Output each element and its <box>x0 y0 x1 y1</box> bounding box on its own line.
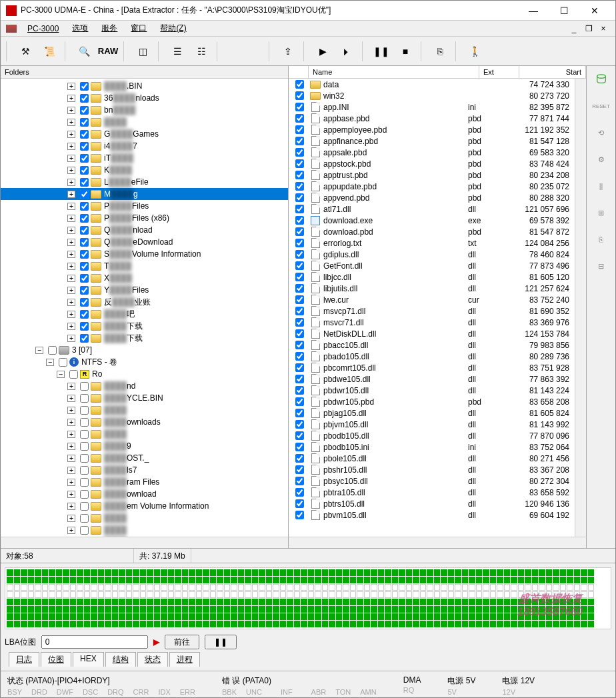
tree-checkbox[interactable] <box>80 238 89 247</box>
list-row[interactable]: pbjag105.dlldll81 605 824 <box>289 407 575 419</box>
tree-checkbox[interactable] <box>80 490 89 499</box>
list-row[interactable]: data74 724 330 <box>289 79 575 90</box>
expander-icon[interactable]: + <box>67 407 75 414</box>
list-row[interactable]: apptrust.pbdpbd80 234 208 <box>289 169 575 181</box>
file-checkbox[interactable] <box>295 443 304 451</box>
expander-icon[interactable]: + <box>67 383 75 390</box>
file-checkbox[interactable] <box>295 227 304 236</box>
rtool-gear-icon[interactable]: ⚙ <box>591 150 612 169</box>
expander-icon[interactable]: + <box>67 479 75 486</box>
expander-icon[interactable]: + <box>67 263 75 270</box>
expander-icon[interactable]: + <box>67 191 75 198</box>
file-checkbox[interactable] <box>295 341 304 349</box>
tree-row[interactable]: +████nd <box>1 380 288 392</box>
tree-checkbox[interactable] <box>80 442 89 451</box>
tool-play-icon[interactable]: ▶ <box>311 40 334 63</box>
expander-icon[interactable]: + <box>67 455 75 462</box>
file-checkbox[interactable] <box>295 239 304 247</box>
tree-checkbox[interactable] <box>80 466 89 475</box>
mdi-minimize[interactable]: _ <box>567 24 581 33</box>
file-checkbox[interactable] <box>295 171 304 179</box>
lba-bitmap[interactable] <box>5 567 611 629</box>
list-row[interactable]: appsale.pbdpbd69 583 320 <box>289 147 575 158</box>
expander-icon[interactable]: + <box>67 131 75 138</box>
tree-checkbox[interactable] <box>80 394 89 403</box>
list-row[interactable]: pbtra105.dlldll83 658 592 <box>289 487 575 498</box>
list-row[interactable]: libjcc.dlldll81 605 120 <box>289 271 575 283</box>
tree-row[interactable]: +X████ <box>1 272 288 284</box>
tool-hammer-icon[interactable]: ⚒ <box>14 40 37 63</box>
col-checkbox[interactable] <box>289 66 309 78</box>
tree-row[interactable]: +S████Volume Information <box>1 248 288 260</box>
expander-icon[interactable]: + <box>67 491 75 498</box>
tree-checkbox[interactable] <box>80 142 89 151</box>
list-row[interactable]: errorlog.txttxt124 084 256 <box>289 237 575 249</box>
tree-checkbox[interactable] <box>80 514 89 523</box>
list-row[interactable]: lwe.curcur83 752 240 <box>289 294 575 305</box>
col-start[interactable]: Start <box>519 66 586 78</box>
tree-checkbox[interactable] <box>80 286 89 295</box>
expander-icon[interactable]: + <box>67 431 75 438</box>
list-row[interactable]: app.INIini82 395 872 <box>289 101 575 113</box>
file-checkbox[interactable] <box>295 375 304 383</box>
list-row[interactable]: pbado105.dlldll80 289 736 <box>289 351 575 362</box>
tool-export-icon[interactable]: ⇪ <box>277 40 299 63</box>
tree-checkbox[interactable] <box>80 190 89 199</box>
tree-checkbox[interactable] <box>80 526 89 535</box>
tree-row[interactable]: +████ownloads <box>1 416 288 428</box>
lba-input[interactable] <box>41 635 148 649</box>
list-row[interactable]: msvcr71.dlldll83 369 976 <box>289 317 575 328</box>
tool-list2-icon[interactable]: ☷ <box>190 40 213 63</box>
menu-brand[interactable]: PC-3000 <box>22 23 64 35</box>
file-checkbox[interactable] <box>295 261 304 270</box>
list-row[interactable]: download.exeexe69 578 392 <box>289 215 575 226</box>
expander-icon[interactable]: + <box>67 311 75 318</box>
list-row[interactable]: pbjvm105.dlldll81 143 992 <box>289 419 575 430</box>
list-row[interactable]: pbshr105.dlldll83 367 208 <box>289 464 575 475</box>
file-checkbox[interactable] <box>295 488 304 497</box>
menu-help[interactable]: 帮助(Z) <box>155 21 191 35</box>
list-row[interactable]: msvcp71.dlldll81 690 352 <box>289 305 575 317</box>
expander-icon[interactable]: + <box>67 443 75 450</box>
file-checkbox[interactable] <box>295 409 304 417</box>
tree-row[interactable]: −RRo <box>1 368 288 380</box>
expander-icon[interactable]: + <box>67 83 75 90</box>
expander-icon[interactable]: + <box>67 143 75 150</box>
tree-hscroll[interactable] <box>1 537 288 548</box>
file-checkbox[interactable] <box>295 511 304 519</box>
tree-checkbox[interactable] <box>80 202 89 211</box>
tool-raw[interactable]: RAW <box>97 40 119 63</box>
tree-checkbox[interactable] <box>80 334 89 343</box>
file-checkbox[interactable] <box>295 273 304 281</box>
tree-row[interactable]: +████.BIN <box>1 80 288 92</box>
list-row[interactable]: libjutils.dlldll121 257 624 <box>289 283 575 294</box>
file-checkbox[interactable] <box>295 125 304 134</box>
list-row[interactable]: pbole105.dlldll80 271 456 <box>289 453 575 464</box>
tree-row[interactable]: −3 [07] <box>1 344 288 356</box>
tree-row[interactable]: +████em Volume Information <box>1 500 288 512</box>
file-checkbox[interactable] <box>295 352 304 361</box>
tree-row[interactable]: +Y████Files <box>1 284 288 296</box>
file-checkbox[interactable] <box>295 420 304 429</box>
list-row[interactable]: appemployee.pbdpbd121 192 352 <box>289 124 575 135</box>
expander-icon[interactable]: + <box>67 323 75 330</box>
file-list[interactable]: data74 724 330win3280 273 720app.INIini8… <box>289 79 575 537</box>
tree-row[interactable]: +L████eFile <box>1 176 288 188</box>
tree-row[interactable]: +iT████ <box>1 152 288 164</box>
expander-icon[interactable]: − <box>35 347 43 354</box>
file-checkbox[interactable] <box>295 386 304 395</box>
file-checkbox[interactable] <box>295 499 304 508</box>
expander-icon[interactable]: + <box>67 203 75 210</box>
tree-checkbox[interactable] <box>80 478 89 487</box>
tree-row[interactable]: +████YCLE.BIN <box>1 392 288 404</box>
tree-checkbox[interactable] <box>80 430 89 439</box>
tree-checkbox[interactable] <box>80 502 89 511</box>
tree-checkbox[interactable] <box>80 322 89 331</box>
menu-options[interactable]: 选项 <box>67 21 93 35</box>
tree-checkbox[interactable] <box>80 94 89 103</box>
tree-row[interactable]: −iNTFS - 卷 <box>1 356 288 368</box>
tree-row[interactable]: +████9 <box>1 440 288 452</box>
file-checkbox[interactable] <box>295 477 304 485</box>
tab-hex[interactable]: HEX <box>73 652 104 667</box>
tree-row[interactable]: +36████nloads <box>1 92 288 104</box>
